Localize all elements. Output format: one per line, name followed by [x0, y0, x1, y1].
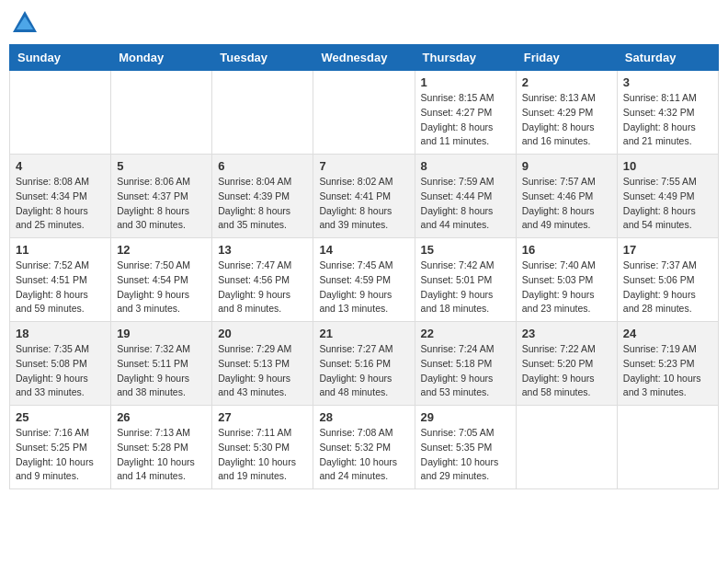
day-number: 13	[218, 243, 307, 257]
day-info: Sunrise: 7:16 AMSunset: 5:25 PMDaylight:…	[16, 426, 105, 484]
calendar-cell: 17Sunrise: 7:37 AMSunset: 5:06 PMDayligh…	[617, 238, 718, 322]
day-info: Sunrise: 8:06 AMSunset: 4:37 PMDaylight:…	[117, 175, 206, 233]
calendar-week-row: 4Sunrise: 8:08 AMSunset: 4:34 PMDaylight…	[10, 155, 719, 238]
calendar-cell: 27Sunrise: 7:11 AMSunset: 5:30 PMDayligh…	[212, 406, 313, 489]
calendar-table: SundayMondayTuesdayWednesdayThursdayFrid…	[9, 44, 719, 489]
day-number: 11	[16, 243, 105, 257]
calendar-week-row: 11Sunrise: 7:52 AMSunset: 4:51 PMDayligh…	[10, 238, 719, 322]
calendar-cell: 16Sunrise: 7:40 AMSunset: 5:03 PMDayligh…	[516, 238, 617, 322]
day-info: Sunrise: 7:40 AMSunset: 5:03 PMDaylight:…	[522, 259, 611, 316]
calendar-cell: 2Sunrise: 8:13 AMSunset: 4:29 PMDaylight…	[516, 71, 617, 155]
day-info: Sunrise: 7:35 AMSunset: 5:08 PMDaylight:…	[16, 342, 105, 400]
calendar-cell: 18Sunrise: 7:35 AMSunset: 5:08 PMDayligh…	[10, 322, 111, 406]
day-number: 3	[623, 75, 712, 89]
calendar-cell: 7Sunrise: 8:02 AMSunset: 4:41 PMDaylight…	[313, 155, 415, 238]
calendar-cell	[617, 406, 718, 489]
day-info: Sunrise: 7:47 AMSunset: 4:56 PMDaylight:…	[218, 259, 307, 316]
day-number: 28	[319, 410, 408, 424]
day-number: 9	[522, 159, 611, 173]
day-info: Sunrise: 7:52 AMSunset: 4:51 PMDaylight:…	[16, 259, 105, 316]
day-info: Sunrise: 8:15 AMSunset: 4:27 PMDaylight:…	[421, 91, 510, 149]
day-number: 14	[319, 243, 408, 257]
calendar-cell	[313, 71, 415, 155]
day-info: Sunrise: 7:11 AMSunset: 5:30 PMDaylight:…	[218, 426, 307, 484]
calendar-cell: 1Sunrise: 8:15 AMSunset: 4:27 PMDaylight…	[415, 71, 516, 155]
calendar-cell: 8Sunrise: 7:59 AMSunset: 4:44 PMDaylight…	[415, 155, 516, 238]
day-info: Sunrise: 7:27 AMSunset: 5:16 PMDaylight:…	[319, 342, 408, 400]
calendar-week-row: 25Sunrise: 7:16 AMSunset: 5:25 PMDayligh…	[10, 406, 719, 489]
calendar-cell: 9Sunrise: 7:57 AMSunset: 4:46 PMDaylight…	[516, 155, 617, 238]
day-number: 29	[421, 410, 510, 424]
calendar-cell: 15Sunrise: 7:42 AMSunset: 5:01 PMDayligh…	[415, 238, 516, 322]
day-number: 10	[623, 159, 712, 173]
day-number: 21	[319, 327, 408, 340]
calendar-cell: 4Sunrise: 8:08 AMSunset: 4:34 PMDaylight…	[10, 155, 111, 238]
calendar-cell: 23Sunrise: 7:22 AMSunset: 5:20 PMDayligh…	[516, 322, 617, 406]
day-header-wednesday: Wednesday	[313, 45, 415, 71]
day-info: Sunrise: 7:29 AMSunset: 5:13 PMDaylight:…	[218, 342, 307, 400]
calendar-cell: 25Sunrise: 7:16 AMSunset: 5:25 PMDayligh…	[10, 406, 111, 489]
day-info: Sunrise: 7:42 AMSunset: 5:01 PMDaylight:…	[421, 259, 510, 316]
day-number: 24	[623, 327, 712, 340]
day-info: Sunrise: 7:05 AMSunset: 5:35 PMDaylight:…	[421, 426, 510, 484]
calendar-cell: 6Sunrise: 8:04 AMSunset: 4:39 PMDaylight…	[212, 155, 313, 238]
calendar-cell: 3Sunrise: 8:11 AMSunset: 4:32 PMDaylight…	[617, 71, 718, 155]
day-number: 19	[117, 327, 206, 340]
calendar-cell: 28Sunrise: 7:08 AMSunset: 5:32 PMDayligh…	[313, 406, 415, 489]
calendar-cell: 24Sunrise: 7:19 AMSunset: 5:23 PMDayligh…	[617, 322, 718, 406]
day-number: 1	[421, 75, 510, 89]
calendar-cell: 29Sunrise: 7:05 AMSunset: 5:35 PMDayligh…	[415, 406, 516, 489]
day-number: 17	[623, 243, 712, 257]
day-info: Sunrise: 7:24 AMSunset: 5:18 PMDaylight:…	[421, 342, 510, 400]
day-number: 26	[117, 410, 206, 424]
day-number: 2	[522, 75, 611, 89]
day-info: Sunrise: 8:08 AMSunset: 4:34 PMDaylight:…	[16, 175, 105, 233]
day-number: 16	[522, 243, 611, 257]
calendar-cell: 14Sunrise: 7:45 AMSunset: 4:59 PMDayligh…	[313, 238, 415, 322]
day-info: Sunrise: 8:04 AMSunset: 4:39 PMDaylight:…	[218, 175, 307, 233]
calendar-cell: 19Sunrise: 7:32 AMSunset: 5:11 PMDayligh…	[111, 322, 212, 406]
calendar-cell: 5Sunrise: 8:06 AMSunset: 4:37 PMDaylight…	[111, 155, 212, 238]
calendar-cell	[212, 71, 313, 155]
day-number: 8	[421, 159, 510, 173]
day-number: 15	[421, 243, 510, 257]
day-info: Sunrise: 7:08 AMSunset: 5:32 PMDaylight:…	[319, 426, 408, 484]
calendar-header-row: SundayMondayTuesdayWednesdayThursdayFrid…	[10, 45, 719, 71]
day-info: Sunrise: 7:32 AMSunset: 5:11 PMDaylight:…	[117, 342, 206, 400]
day-info: Sunrise: 7:50 AMSunset: 4:54 PMDaylight:…	[117, 259, 206, 316]
calendar-week-row: 18Sunrise: 7:35 AMSunset: 5:08 PMDayligh…	[10, 322, 719, 406]
day-info: Sunrise: 8:11 AMSunset: 4:32 PMDaylight:…	[623, 91, 712, 149]
day-number: 20	[218, 327, 307, 340]
day-number: 25	[16, 410, 105, 424]
day-number: 7	[319, 159, 408, 173]
day-number: 23	[522, 327, 611, 340]
calendar-cell: 11Sunrise: 7:52 AMSunset: 4:51 PMDayligh…	[10, 238, 111, 322]
day-info: Sunrise: 7:55 AMSunset: 4:49 PMDaylight:…	[623, 175, 712, 233]
page-header	[9, 9, 719, 37]
day-header-friday: Friday	[516, 45, 617, 71]
day-info: Sunrise: 7:13 AMSunset: 5:28 PMDaylight:…	[117, 426, 206, 484]
calendar-cell	[10, 71, 111, 155]
day-number: 4	[16, 159, 105, 173]
day-number: 12	[117, 243, 206, 257]
calendar-week-row: 1Sunrise: 8:15 AMSunset: 4:27 PMDaylight…	[10, 71, 719, 155]
day-number: 27	[218, 410, 307, 424]
calendar-cell: 12Sunrise: 7:50 AMSunset: 4:54 PMDayligh…	[111, 238, 212, 322]
calendar-cell: 10Sunrise: 7:55 AMSunset: 4:49 PMDayligh…	[617, 155, 718, 238]
logo	[9, 9, 39, 37]
calendar-cell: 21Sunrise: 7:27 AMSunset: 5:16 PMDayligh…	[313, 322, 415, 406]
day-header-sunday: Sunday	[10, 45, 111, 71]
day-number: 22	[421, 327, 510, 340]
calendar-cell	[516, 406, 617, 489]
day-info: Sunrise: 7:45 AMSunset: 4:59 PMDaylight:…	[319, 259, 408, 316]
logo-icon	[11, 9, 39, 37]
day-info: Sunrise: 8:02 AMSunset: 4:41 PMDaylight:…	[319, 175, 408, 233]
calendar-cell: 22Sunrise: 7:24 AMSunset: 5:18 PMDayligh…	[415, 322, 516, 406]
day-header-saturday: Saturday	[617, 45, 718, 71]
calendar-cell: 13Sunrise: 7:47 AMSunset: 4:56 PMDayligh…	[212, 238, 313, 322]
day-info: Sunrise: 7:59 AMSunset: 4:44 PMDaylight:…	[421, 175, 510, 233]
day-number: 6	[218, 159, 307, 173]
day-info: Sunrise: 7:57 AMSunset: 4:46 PMDaylight:…	[522, 175, 611, 233]
calendar-cell: 20Sunrise: 7:29 AMSunset: 5:13 PMDayligh…	[212, 322, 313, 406]
day-header-tuesday: Tuesday	[212, 45, 313, 71]
